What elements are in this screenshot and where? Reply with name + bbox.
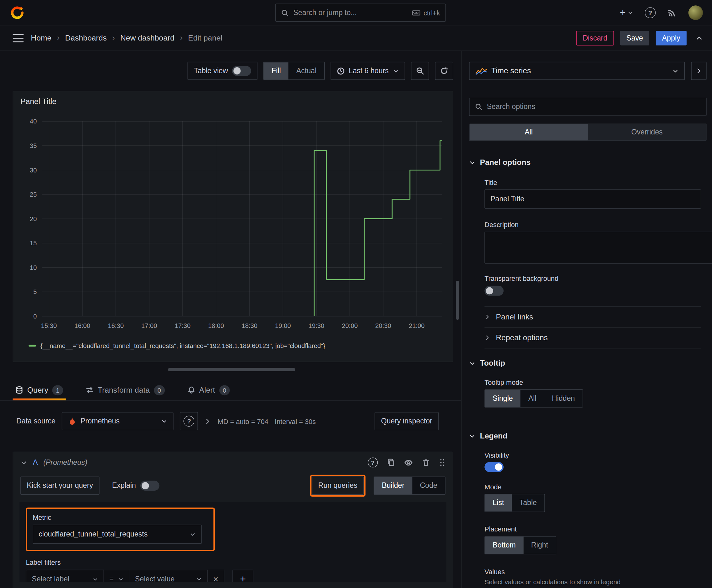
query-inspector-button[interactable]: Query inspector	[374, 412, 438, 430]
query-datasource-note: (Prometheus)	[43, 458, 87, 466]
grafana-logo[interactable]	[9, 4, 25, 21]
repeat-options-section[interactable]: Repeat options	[484, 327, 701, 348]
panel-links-section[interactable]: Panel links	[484, 306, 701, 327]
legend-placement-bottom[interactable]: Bottom	[485, 537, 523, 554]
query-options-expand-icon[interactable]	[204, 418, 211, 425]
discard-button[interactable]: Discard	[576, 31, 614, 45]
tooltip-mode-all[interactable]: All	[520, 390, 544, 407]
timeseries-chart[interactable]: 051015202530354015:3016:0016:3017:0017:3…	[19, 114, 447, 341]
legend-header[interactable]: Legend	[469, 432, 507, 441]
panel-options-pane: Time series Search options All Overrides…	[461, 51, 712, 588]
panel-options-header[interactable]: Panel options	[469, 158, 531, 167]
description-field-wrap	[484, 232, 712, 266]
svg-text:18:00: 18:00	[208, 322, 224, 329]
tooltip-mode-single[interactable]: Single	[485, 390, 521, 407]
tooltip-header[interactable]: Tooltip	[469, 359, 505, 368]
svg-text:19:00: 19:00	[275, 322, 291, 329]
time-range-label: Last 6 hours	[349, 67, 389, 75]
filter-all-option[interactable]: All	[470, 124, 588, 141]
panel-title-input[interactable]	[484, 189, 701, 209]
run-queries-highlight: Run queries	[310, 475, 365, 497]
legend-mode-table[interactable]: Table	[512, 495, 545, 512]
chevron-down-icon	[469, 433, 475, 439]
svg-text:16:30: 16:30	[108, 322, 124, 329]
query-toolbar: Kick start your query Explain Run querie…	[13, 473, 453, 502]
legend-item[interactable]: {__name__="cloudflared_tunnel_total_requ…	[28, 342, 325, 349]
metric-select[interactable]: cloudflared_tunnel_total_requests	[33, 525, 201, 544]
svg-text:20: 20	[30, 215, 37, 223]
duplicate-query-icon[interactable]	[387, 458, 395, 466]
svg-text:40: 40	[30, 118, 37, 125]
remove-filter-button[interactable]: ×	[208, 570, 224, 582]
builder-option[interactable]: Builder	[374, 477, 412, 495]
panel-title[interactable]: Panel Title	[13, 91, 453, 112]
chevron-down-icon	[393, 68, 399, 74]
chevron-down-icon	[118, 577, 124, 582]
tooltip-mode-hidden[interactable]: Hidden	[544, 390, 583, 407]
delete-query-icon[interactable]	[422, 458, 430, 466]
explain-toggle[interactable]	[140, 481, 159, 491]
options-search-input[interactable]: Search options	[469, 98, 706, 116]
tooltip-mode-label: Tooltip mode	[484, 378, 701, 390]
tab-alert[interactable]: Alert 0	[185, 380, 233, 400]
save-button[interactable]: Save	[620, 31, 649, 45]
search-input[interactable]: Search or jump to... ctrl+k	[275, 4, 446, 22]
hide-query-icon[interactable]	[404, 458, 412, 467]
breadcrumb-home[interactable]: Home	[31, 33, 51, 42]
actual-option[interactable]: Actual	[288, 62, 324, 80]
refresh-button[interactable]	[435, 62, 453, 80]
help-icon: ?	[645, 7, 656, 18]
legend-visibility-toggle[interactable]	[484, 462, 503, 472]
breadcrumb-new-dashboard[interactable]: New dashboard	[120, 33, 174, 42]
vertical-scrollbar[interactable]	[456, 281, 459, 320]
table-view-toggle[interactable]	[232, 66, 251, 76]
panel-description-textarea[interactable]	[484, 232, 712, 264]
filter-overrides-option[interactable]: Overrides	[588, 124, 706, 141]
collapse-options-button[interactable]	[696, 34, 703, 41]
horizontal-scrollbar[interactable]	[168, 368, 295, 371]
transparent-bg-toggle[interactable]	[484, 286, 503, 296]
legend-mode-list[interactable]: List	[485, 495, 512, 512]
search-icon	[281, 9, 289, 17]
zoom-out-button[interactable]	[411, 62, 429, 80]
tab-transform[interactable]: Transform data 0	[83, 380, 167, 400]
query-ref-id[interactable]: A	[33, 458, 38, 467]
svg-text:15: 15	[30, 240, 37, 247]
max-data-points-text: MD = auto = 704	[218, 417, 268, 425]
operator-dropdown[interactable]: =	[104, 570, 129, 582]
breadcrumb-separator: ›	[112, 33, 115, 43]
add-filter-button[interactable]: +	[233, 570, 254, 582]
options-search-placeholder: Search options	[487, 103, 535, 111]
query-row-header[interactable]: A (Prometheus) ?	[13, 452, 453, 473]
run-queries-button[interactable]: Run queries	[312, 477, 364, 495]
zoom-out-icon	[416, 67, 424, 75]
svg-text:0: 0	[33, 313, 37, 320]
visualization-picker[interactable]: Time series	[469, 62, 685, 80]
legend-placement-right[interactable]: Right	[523, 537, 556, 554]
drag-handle-icon[interactable]	[439, 458, 446, 466]
select-label-dropdown[interactable]: Select label	[26, 570, 104, 582]
menu-toggle-button[interactable]	[13, 34, 24, 42]
apply-button[interactable]: Apply	[656, 31, 687, 45]
tab-query[interactable]: Query 1	[13, 380, 66, 400]
legend-mode-wrap: List Table	[484, 494, 701, 512]
user-avatar[interactable]	[688, 5, 703, 20]
svg-text:17:30: 17:30	[175, 322, 191, 329]
time-range-picker[interactable]: Last 6 hours	[330, 62, 405, 80]
fill-option[interactable]: Fill	[264, 62, 288, 80]
view-toolbar: Table view Fill Actual Last 6 hours	[188, 62, 453, 80]
query-count-badge: 1	[52, 385, 63, 395]
add-new-button[interactable]: +	[620, 7, 633, 18]
select-value-dropdown[interactable]: Select value	[130, 570, 208, 582]
kick-start-button[interactable]: Kick start your query	[20, 477, 99, 495]
news-button[interactable]	[667, 8, 676, 17]
help-button[interactable]: ?	[645, 7, 656, 18]
metric-label: Metric	[33, 513, 201, 521]
breadcrumb-dashboards[interactable]: Dashboards	[65, 33, 107, 42]
panel-edit-left-pane: Table view Fill Actual Last 6 hours	[0, 51, 461, 588]
collapse-pane-button[interactable]	[691, 62, 706, 80]
datasource-picker[interactable]: Prometheus	[62, 412, 174, 430]
datasource-help-button[interactable]: ?	[180, 412, 198, 430]
query-help-icon[interactable]: ?	[368, 458, 378, 468]
code-option[interactable]: Code	[412, 477, 445, 495]
